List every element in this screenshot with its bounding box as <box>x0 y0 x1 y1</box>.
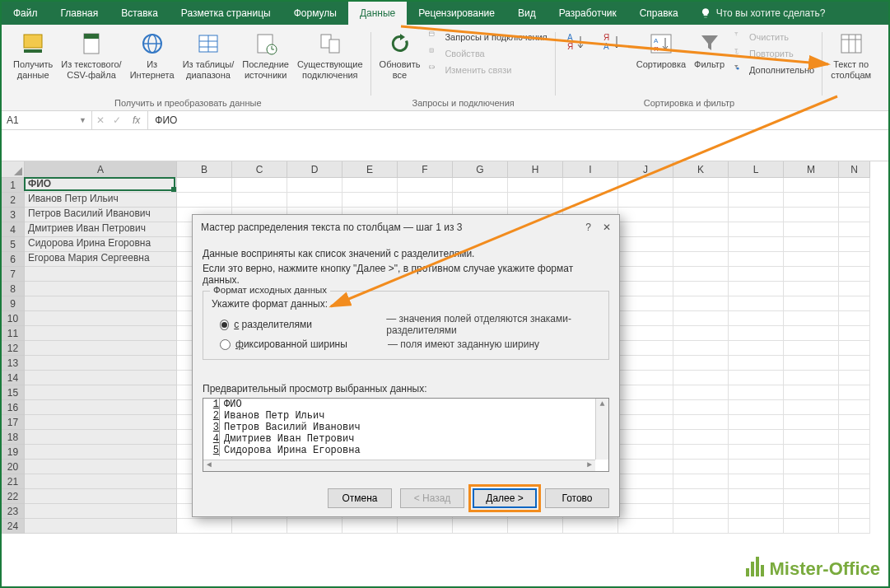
cell-N8[interactable] <box>839 282 870 296</box>
row-header-20[interactable]: 20 <box>2 460 25 474</box>
cell-M3[interactable] <box>784 208 839 222</box>
cell-M2[interactable] <box>784 193 839 208</box>
cell-M22[interactable] <box>784 489 839 504</box>
cell-L8[interactable] <box>729 282 784 296</box>
cell-L12[interactable] <box>729 341 784 356</box>
cell-A20[interactable] <box>25 460 177 474</box>
row-header-22[interactable]: 22 <box>2 489 25 504</box>
cell-H24[interactable] <box>508 519 563 534</box>
row-header-14[interactable]: 14 <box>2 371 25 385</box>
cell-K18[interactable] <box>673 430 729 445</box>
cell-F1[interactable] <box>398 178 453 193</box>
cell-D24[interactable] <box>287 519 342 534</box>
cell-N6[interactable] <box>839 252 870 267</box>
cell-M12[interactable] <box>784 341 839 356</box>
cell-J6[interactable] <box>618 252 673 267</box>
cell-L10[interactable] <box>729 311 784 326</box>
cell-N15[interactable] <box>839 385 870 400</box>
cell-K8[interactable] <box>673 282 729 296</box>
column-header-E[interactable]: E <box>342 161 398 178</box>
row-header-16[interactable]: 16 <box>2 400 25 415</box>
row-header-23[interactable]: 23 <box>2 504 25 519</box>
ribbon-existing-button[interactable]: Существующиеподключения <box>294 27 366 80</box>
cell-N18[interactable] <box>839 430 870 445</box>
menu-формулы[interactable]: Формулы <box>282 2 348 25</box>
row-header-21[interactable]: 21 <box>2 474 25 489</box>
cell-N1[interactable] <box>839 178 870 193</box>
cell-F2[interactable] <box>398 193 453 208</box>
cell-H1[interactable] <box>508 178 563 193</box>
cell-L9[interactable] <box>729 296 784 311</box>
row-header-10[interactable]: 10 <box>2 311 25 326</box>
ribbon-queries-button[interactable]: Запросы и подключения <box>425 29 550 44</box>
cell-G24[interactable] <box>453 519 508 534</box>
cell-N17[interactable] <box>839 415 870 430</box>
cell-L3[interactable] <box>729 208 784 222</box>
cell-B24[interactable] <box>177 519 232 534</box>
cell-L18[interactable] <box>729 430 784 445</box>
cell-L13[interactable] <box>729 356 784 371</box>
cell-A22[interactable] <box>25 489 177 504</box>
cell-K1[interactable] <box>673 178 729 193</box>
ribbon-get-data-button[interactable]: Получитьданные <box>10 27 56 80</box>
select-all-corner[interactable] <box>2 161 25 178</box>
radio-option-0[interactable]: с разделителями— значения полей отделяют… <box>212 313 600 336</box>
ribbon-web-button[interactable]: ИзИнтернета <box>127 27 178 80</box>
cell-J12[interactable] <box>618 341 673 356</box>
cell-A2[interactable]: Иванов Петр Ильич <box>25 193 177 208</box>
cell-L16[interactable] <box>729 400 784 415</box>
cell-A6[interactable]: Егорова Мария Сергеевна <box>25 252 177 267</box>
cell-K6[interactable] <box>673 252 729 267</box>
cell-N12[interactable] <box>839 341 870 356</box>
cell-J4[interactable] <box>618 222 673 237</box>
cell-K23[interactable] <box>673 504 729 519</box>
cell-B1[interactable] <box>177 178 232 193</box>
cell-J7[interactable] <box>618 267 673 282</box>
cell-E2[interactable] <box>342 193 398 208</box>
ribbon-text-to-columns-button[interactable]: Текст постолбцам <box>827 27 874 80</box>
cell-I24[interactable] <box>563 519 618 534</box>
cell-A7[interactable] <box>25 267 177 282</box>
cell-L19[interactable] <box>729 445 784 460</box>
cell-J21[interactable] <box>618 474 673 489</box>
cell-L11[interactable] <box>729 326 784 341</box>
cell-K12[interactable] <box>673 341 729 356</box>
cell-M24[interactable] <box>784 519 839 534</box>
row-header-13[interactable]: 13 <box>2 356 25 371</box>
row-header-11[interactable]: 11 <box>2 326 25 341</box>
cell-K10[interactable] <box>673 311 729 326</box>
menu-справка[interactable]: Справка <box>628 2 690 25</box>
cell-N11[interactable] <box>839 326 870 341</box>
cell-A5[interactable]: Сидорова Ирина Егоровна <box>25 237 177 252</box>
row-header-1[interactable]: 1 <box>2 178 25 193</box>
cell-J10[interactable] <box>618 311 673 326</box>
cell-N22[interactable] <box>839 489 870 504</box>
cell-M18[interactable] <box>784 430 839 445</box>
row-header-4[interactable]: 4 <box>2 222 25 237</box>
row-header-8[interactable]: 8 <box>2 282 25 296</box>
cell-A23[interactable] <box>25 504 177 519</box>
cell-K17[interactable] <box>673 415 729 430</box>
column-header-C[interactable]: C <box>232 161 287 178</box>
menu-разметка страницы[interactable]: Разметка страницы <box>170 2 282 25</box>
cell-K5[interactable] <box>673 237 729 252</box>
cell-L17[interactable] <box>729 415 784 430</box>
cell-M6[interactable] <box>784 252 839 267</box>
ribbon-filter-button[interactable]: Фильтр <box>691 27 728 70</box>
column-header-F[interactable]: F <box>398 161 453 178</box>
cell-K11[interactable] <box>673 326 729 341</box>
cell-N23[interactable] <box>839 504 870 519</box>
cell-M17[interactable] <box>784 415 839 430</box>
fx-icon[interactable]: fx <box>129 114 143 126</box>
cell-J20[interactable] <box>618 460 673 474</box>
cell-L6[interactable] <box>729 252 784 267</box>
row-header-9[interactable]: 9 <box>2 296 25 311</box>
cell-A11[interactable] <box>25 326 177 341</box>
row-header-7[interactable]: 7 <box>2 267 25 282</box>
cell-M14[interactable] <box>784 371 839 385</box>
cell-K15[interactable] <box>673 385 729 400</box>
ribbon-sort-za-button[interactable]: ЯA <box>597 27 631 58</box>
cancel-button[interactable]: Отмена <box>328 488 392 508</box>
cell-K19[interactable] <box>673 445 729 460</box>
row-header-12[interactable]: 12 <box>2 341 25 356</box>
